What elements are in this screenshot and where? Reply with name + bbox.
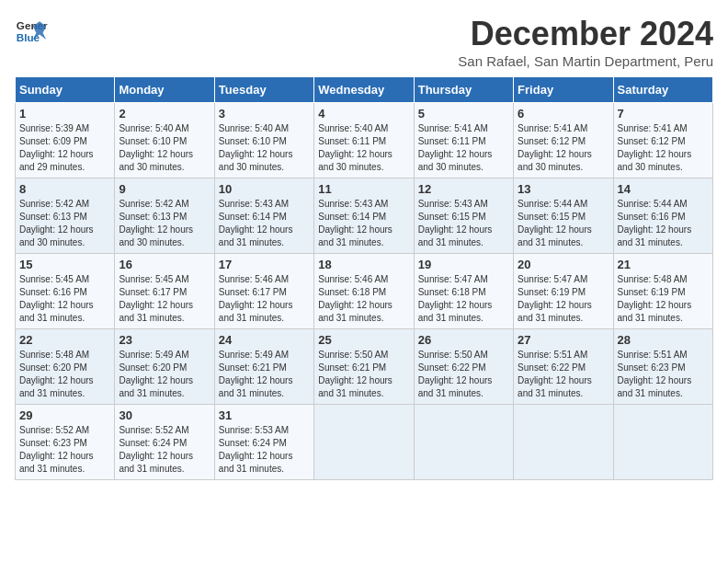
day-number: 25 — [318, 333, 409, 347]
day-number: 7 — [618, 107, 709, 121]
calendar-day-cell — [514, 405, 613, 480]
day-number: 11 — [318, 182, 409, 196]
day-number: 27 — [518, 333, 609, 347]
day-detail: Sunrise: 5:51 AMSunset: 6:22 PMDaylight:… — [518, 350, 592, 398]
calendar-day-cell: 23 Sunrise: 5:49 AMSunset: 6:20 PMDaylig… — [115, 329, 214, 405]
day-detail: Sunrise: 5:43 AMSunset: 6:14 PMDaylight:… — [318, 199, 392, 247]
day-number: 19 — [418, 258, 509, 271]
day-detail: Sunrise: 5:49 AMSunset: 6:20 PMDaylight:… — [119, 350, 193, 398]
calendar-day-cell: 12 Sunrise: 5:43 AMSunset: 6:15 PMDaylig… — [414, 178, 513, 254]
day-detail: Sunrise: 5:41 AMSunset: 6:11 PMDaylight:… — [418, 123, 493, 172]
calendar-day-cell: 29 Sunrise: 5:52 AMSunset: 6:23 PMDaylig… — [16, 405, 115, 480]
day-number: 20 — [518, 258, 609, 271]
day-detail: Sunrise: 5:52 AMSunset: 6:23 PMDaylight:… — [19, 425, 94, 474]
calendar-day-cell: 7 Sunrise: 5:41 AMSunset: 6:12 PMDayligh… — [613, 103, 712, 178]
calendar-week-row: 22 Sunrise: 5:48 AMSunset: 6:20 PMDaylig… — [16, 329, 713, 405]
day-detail: Sunrise: 5:49 AMSunset: 6:21 PMDaylight:… — [219, 350, 293, 398]
day-detail: Sunrise: 5:43 AMSunset: 6:15 PMDaylight:… — [418, 199, 493, 247]
calendar-week-row: 29 Sunrise: 5:52 AMSunset: 6:23 PMDaylig… — [16, 405, 713, 480]
calendar-day-cell: 21 Sunrise: 5:48 AMSunset: 6:19 PMDaylig… — [613, 254, 712, 329]
day-number: 13 — [518, 182, 609, 196]
day-detail: Sunrise: 5:46 AMSunset: 6:17 PMDaylight:… — [219, 274, 293, 323]
calendar-day-cell: 8 Sunrise: 5:42 AMSunset: 6:13 PMDayligh… — [16, 178, 115, 254]
day-number: 31 — [219, 408, 310, 422]
day-detail: Sunrise: 5:52 AMSunset: 6:24 PMDaylight:… — [119, 425, 193, 474]
day-number: 10 — [219, 182, 310, 196]
calendar-day-cell: 14 Sunrise: 5:44 AMSunset: 6:16 PMDaylig… — [613, 178, 712, 254]
day-number: 21 — [618, 258, 709, 271]
weekday-header-cell: Thursday — [414, 77, 513, 103]
day-number: 17 — [219, 258, 310, 271]
day-number: 3 — [219, 107, 310, 121]
day-number: 9 — [119, 182, 210, 196]
calendar-day-cell: 30 Sunrise: 5:52 AMSunset: 6:24 PMDaylig… — [115, 405, 214, 480]
day-detail: Sunrise: 5:40 AMSunset: 6:10 PMDaylight:… — [219, 123, 293, 172]
day-number: 15 — [19, 258, 110, 271]
day-detail: Sunrise: 5:45 AMSunset: 6:16 PMDaylight:… — [19, 274, 94, 323]
weekday-header-row: SundayMondayTuesdayWednesdayThursdayFrid… — [16, 77, 713, 103]
day-detail: Sunrise: 5:45 AMSunset: 6:17 PMDaylight:… — [119, 274, 193, 323]
calendar-day-cell: 16 Sunrise: 5:45 AMSunset: 6:17 PMDaylig… — [115, 254, 214, 329]
calendar-day-cell: 5 Sunrise: 5:41 AMSunset: 6:11 PMDayligh… — [414, 103, 513, 178]
header: General Blue December 2024 San Rafael, S… — [15, 15, 713, 69]
location-title: San Rafael, San Martin Department, Peru — [458, 53, 713, 69]
weekday-header-cell: Friday — [514, 77, 613, 103]
day-detail: Sunrise: 5:42 AMSunset: 6:13 PMDaylight:… — [119, 199, 193, 247]
calendar-day-cell: 27 Sunrise: 5:51 AMSunset: 6:22 PMDaylig… — [514, 329, 613, 405]
calendar-table: SundayMondayTuesdayWednesdayThursdayFrid… — [15, 76, 713, 480]
day-number: 12 — [418, 182, 509, 196]
calendar-day-cell: 26 Sunrise: 5:50 AMSunset: 6:22 PMDaylig… — [414, 329, 513, 405]
day-detail: Sunrise: 5:44 AMSunset: 6:16 PMDaylight:… — [618, 199, 692, 247]
day-detail: Sunrise: 5:48 AMSunset: 6:19 PMDaylight:… — [618, 274, 692, 323]
day-number: 1 — [19, 107, 110, 121]
day-detail: Sunrise: 5:43 AMSunset: 6:14 PMDaylight:… — [219, 199, 293, 247]
calendar-day-cell — [314, 405, 414, 480]
day-number: 18 — [318, 258, 409, 271]
day-detail: Sunrise: 5:44 AMSunset: 6:15 PMDaylight:… — [518, 199, 592, 247]
weekday-header-cell: Saturday — [613, 77, 712, 103]
day-number: 14 — [618, 182, 709, 196]
calendar-day-cell: 9 Sunrise: 5:42 AMSunset: 6:13 PMDayligh… — [115, 178, 214, 254]
day-detail: Sunrise: 5:53 AMSunset: 6:24 PMDaylight:… — [219, 425, 293, 474]
calendar-day-cell: 31 Sunrise: 5:53 AMSunset: 6:24 PMDaylig… — [214, 405, 313, 480]
day-number: 2 — [119, 107, 210, 121]
calendar-day-cell: 17 Sunrise: 5:46 AMSunset: 6:17 PMDaylig… — [214, 254, 313, 329]
day-detail: Sunrise: 5:40 AMSunset: 6:11 PMDaylight:… — [318, 123, 392, 172]
day-detail: Sunrise: 5:50 AMSunset: 6:21 PMDaylight:… — [318, 350, 392, 398]
day-detail: Sunrise: 5:48 AMSunset: 6:20 PMDaylight:… — [19, 350, 94, 398]
day-number: 8 — [19, 182, 110, 196]
day-detail: Sunrise: 5:41 AMSunset: 6:12 PMDaylight:… — [518, 123, 592, 172]
day-number: 23 — [119, 333, 210, 347]
calendar-day-cell: 15 Sunrise: 5:45 AMSunset: 6:16 PMDaylig… — [16, 254, 115, 329]
logo: General Blue — [15, 15, 48, 48]
day-detail: Sunrise: 5:50 AMSunset: 6:22 PMDaylight:… — [418, 350, 493, 398]
day-number: 6 — [518, 107, 609, 121]
day-detail: Sunrise: 5:41 AMSunset: 6:12 PMDaylight:… — [618, 123, 692, 172]
day-detail: Sunrise: 5:51 AMSunset: 6:23 PMDaylight:… — [618, 350, 692, 398]
calendar-day-cell: 24 Sunrise: 5:49 AMSunset: 6:21 PMDaylig… — [214, 329, 313, 405]
calendar-day-cell: 1 Sunrise: 5:39 AMSunset: 6:09 PMDayligh… — [16, 103, 115, 178]
calendar-day-cell: 10 Sunrise: 5:43 AMSunset: 6:14 PMDaylig… — [214, 178, 313, 254]
day-detail: Sunrise: 5:40 AMSunset: 6:10 PMDaylight:… — [119, 123, 193, 172]
calendar-day-cell — [414, 405, 513, 480]
calendar-day-cell: 18 Sunrise: 5:46 AMSunset: 6:18 PMDaylig… — [314, 254, 414, 329]
day-number: 24 — [219, 333, 310, 347]
calendar-day-cell: 3 Sunrise: 5:40 AMSunset: 6:10 PMDayligh… — [214, 103, 313, 178]
weekday-header-cell: Wednesday — [314, 77, 414, 103]
day-number: 26 — [418, 333, 509, 347]
calendar-day-cell: 22 Sunrise: 5:48 AMSunset: 6:20 PMDaylig… — [16, 329, 115, 405]
month-title: December 2024 — [458, 15, 713, 53]
weekday-header-cell: Monday — [115, 77, 214, 103]
calendar-day-cell — [613, 405, 712, 480]
weekday-header-cell: Tuesday — [214, 77, 313, 103]
title-block: December 2024 San Rafael, San Martin Dep… — [458, 15, 713, 69]
calendar-day-cell: 11 Sunrise: 5:43 AMSunset: 6:14 PMDaylig… — [314, 178, 414, 254]
calendar-day-cell: 2 Sunrise: 5:40 AMSunset: 6:10 PMDayligh… — [115, 103, 214, 178]
calendar-week-row: 15 Sunrise: 5:45 AMSunset: 6:16 PMDaylig… — [16, 254, 713, 329]
calendar-day-cell: 28 Sunrise: 5:51 AMSunset: 6:23 PMDaylig… — [613, 329, 712, 405]
day-detail: Sunrise: 5:39 AMSunset: 6:09 PMDaylight:… — [19, 123, 94, 172]
weekday-header-cell: Sunday — [16, 77, 115, 103]
calendar-body: 1 Sunrise: 5:39 AMSunset: 6:09 PMDayligh… — [16, 103, 713, 480]
calendar-week-row: 1 Sunrise: 5:39 AMSunset: 6:09 PMDayligh… — [16, 103, 713, 178]
day-number: 28 — [618, 333, 709, 347]
